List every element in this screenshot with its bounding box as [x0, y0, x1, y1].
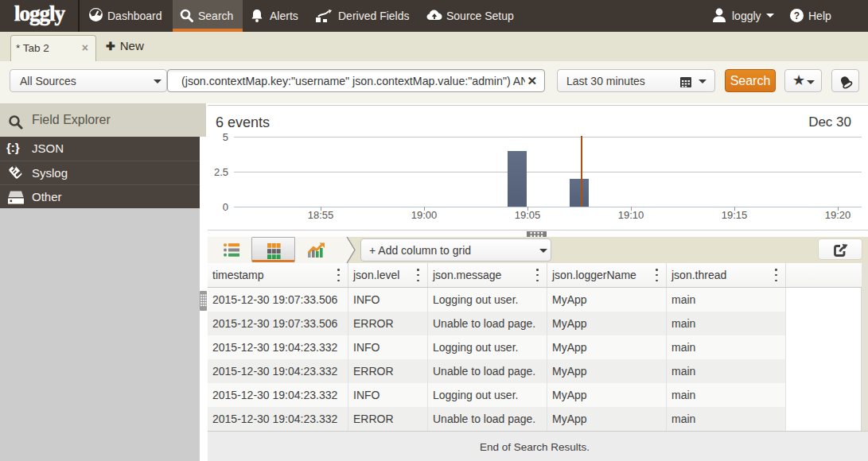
svg-text:?: ?: [794, 10, 800, 21]
